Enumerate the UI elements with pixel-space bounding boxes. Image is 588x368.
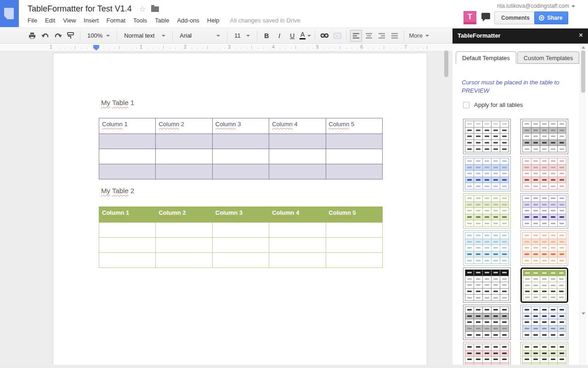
align-right-button[interactable] bbox=[376, 30, 388, 42]
doc-table-cell[interactable] bbox=[212, 238, 269, 253]
avatar[interactable]: T bbox=[464, 11, 476, 24]
font-select[interactable]: Arial bbox=[176, 30, 223, 42]
italic-button[interactable]: I bbox=[273, 30, 285, 42]
docs-logo-icon[interactable] bbox=[0, 0, 19, 27]
print-button[interactable] bbox=[26, 30, 38, 42]
doc-table-cell[interactable] bbox=[212, 134, 269, 149]
doc-table-cell[interactable] bbox=[156, 134, 212, 149]
sidebar-scrollbar[interactable] bbox=[580, 44, 586, 368]
table-heading-2[interactable]: My Table 2 bbox=[101, 187, 134, 195]
template-gray-striped[interactable] bbox=[520, 119, 568, 154]
template-orange-striped[interactable] bbox=[520, 230, 568, 266]
paint-format-button[interactable] bbox=[65, 30, 77, 42]
doc-table-cell[interactable] bbox=[156, 253, 212, 268]
menu-item-help[interactable]: Help bbox=[207, 17, 220, 24]
doc-table-cell[interactable] bbox=[156, 164, 212, 179]
doc-table-cell[interactable] bbox=[326, 149, 382, 164]
doc-table-2[interactable]: Column 1Column 2Column 3Column 4Column 5 bbox=[99, 206, 383, 268]
menu-item-format[interactable]: Format bbox=[107, 17, 125, 24]
template-blue-bordered-bold[interactable] bbox=[520, 305, 568, 340]
doc-table-header-cell[interactable]: Column 2 bbox=[156, 207, 212, 223]
undo-button[interactable] bbox=[39, 30, 51, 42]
doc-table-cell[interactable] bbox=[269, 134, 326, 149]
doc-table-cell[interactable] bbox=[212, 223, 269, 238]
doc-table-cell[interactable] bbox=[99, 164, 156, 179]
doc-table-cell[interactable] bbox=[156, 223, 212, 238]
template-purple-striped[interactable] bbox=[520, 193, 568, 229]
doc-table-cell[interactable] bbox=[269, 149, 326, 164]
doc-table-header-cell[interactable]: Column 3 bbox=[212, 207, 269, 223]
template-red-striped-bold[interactable] bbox=[463, 342, 511, 368]
menu-item-addons[interactable]: Add-ons bbox=[177, 17, 199, 24]
doc-table-cell[interactable] bbox=[99, 134, 156, 149]
doc-table-cell[interactable] bbox=[269, 253, 326, 268]
insert-link-button[interactable] bbox=[318, 30, 330, 42]
doc-table-cell[interactable] bbox=[99, 238, 156, 253]
doc-table-cell[interactable] bbox=[156, 238, 212, 253]
account-email[interactable]: rita.lutikova@codingstaff.com bbox=[497, 3, 575, 9]
doc-table-cell[interactable] bbox=[212, 164, 269, 179]
doc-table-header-cell[interactable]: Column 5 bbox=[326, 118, 382, 134]
menu-item-edit[interactable]: Edit bbox=[45, 17, 55, 24]
doc-table-header-cell[interactable]: Column 4 bbox=[269, 207, 326, 223]
doc-table-cell[interactable] bbox=[212, 253, 269, 268]
close-icon[interactable]: × bbox=[579, 31, 583, 39]
template-cyan-striped[interactable] bbox=[463, 230, 511, 266]
menu-item-table[interactable]: Table bbox=[155, 17, 169, 24]
redo-button[interactable] bbox=[52, 30, 64, 42]
align-left-button[interactable] bbox=[350, 30, 362, 42]
align-justify-button[interactable] bbox=[389, 30, 401, 42]
doc-table-cell[interactable] bbox=[326, 164, 382, 179]
insert-image-button[interactable] bbox=[331, 30, 343, 42]
doc-table-1[interactable]: Column 1Column 2Column 3Column 4Column 5 bbox=[99, 118, 383, 179]
template-gray-striped-bold[interactable] bbox=[463, 305, 511, 340]
zoom-select[interactable]: 100% bbox=[84, 30, 113, 42]
template-green-striped[interactable] bbox=[463, 193, 511, 229]
template-blue-striped[interactable] bbox=[463, 156, 511, 191]
tab-default-templates[interactable]: Default Templates bbox=[456, 51, 516, 64]
underline-button[interactable]: U bbox=[286, 30, 298, 42]
doc-table-cell[interactable] bbox=[326, 253, 382, 268]
star-icon[interactable]: ☆ bbox=[139, 5, 146, 13]
doc-table-cell[interactable] bbox=[326, 223, 382, 238]
tab-custom-templates[interactable]: Custom Templates bbox=[517, 51, 579, 64]
apply-all-checkbox[interactable] bbox=[463, 102, 469, 108]
indent-marker[interactable] bbox=[93, 45, 99, 50]
doc-table-cell[interactable] bbox=[269, 164, 326, 179]
doc-table-header-cell[interactable]: Column 1 bbox=[99, 118, 156, 134]
font-size-select[interactable]: 11 bbox=[231, 30, 253, 42]
comment-bubble-icon[interactable] bbox=[481, 13, 490, 19]
doc-table-header-cell[interactable]: Column 1 bbox=[99, 207, 156, 223]
menu-item-insert[interactable]: Insert bbox=[84, 17, 99, 24]
doc-table-header-cell[interactable]: Column 3 bbox=[212, 118, 269, 134]
document-scrollbar-thumb[interactable] bbox=[444, 50, 448, 77]
template-green-striped-bold[interactable] bbox=[520, 342, 568, 368]
doc-table-header-cell[interactable]: Column 4 bbox=[269, 118, 326, 134]
align-center-button[interactable] bbox=[363, 30, 375, 42]
scroll-down-icon[interactable] bbox=[582, 312, 585, 315]
sidebar-scrollbar-thumb[interactable] bbox=[581, 50, 585, 93]
folder-icon[interactable] bbox=[151, 6, 159, 12]
template-plain[interactable] bbox=[463, 119, 511, 154]
comments-button[interactable]: Comments bbox=[494, 11, 537, 24]
doc-table-cell[interactable] bbox=[99, 223, 156, 238]
menu-item-view[interactable]: View bbox=[63, 17, 76, 24]
doc-table-header-cell[interactable]: Column 2 bbox=[156, 118, 212, 134]
doc-table-header-cell[interactable]: Column 5 bbox=[326, 207, 382, 223]
bold-button[interactable]: B bbox=[260, 30, 272, 42]
doc-table-cell[interactable] bbox=[99, 253, 156, 268]
doc-table-cell[interactable] bbox=[326, 134, 382, 149]
doc-table-cell[interactable] bbox=[326, 238, 382, 253]
menu-item-file[interactable]: File bbox=[28, 17, 37, 24]
doc-table-cell[interactable] bbox=[99, 149, 156, 164]
share-button[interactable]: Share bbox=[534, 11, 568, 24]
table-heading-1[interactable]: My Table 1 bbox=[101, 99, 134, 106]
text-color-button[interactable]: A bbox=[299, 30, 311, 42]
template-red-striped[interactable] bbox=[520, 156, 568, 191]
template-black-header[interactable] bbox=[463, 268, 511, 303]
doc-table-cell[interactable] bbox=[212, 149, 269, 164]
document-page[interactable]: My Table 1Column 1Column 2Column 3Column… bbox=[53, 53, 427, 368]
document-title[interactable]: TableFormatter for Test V1.4 bbox=[28, 4, 132, 14]
template-green-header[interactable] bbox=[520, 268, 568, 303]
doc-table-cell[interactable] bbox=[269, 223, 326, 238]
